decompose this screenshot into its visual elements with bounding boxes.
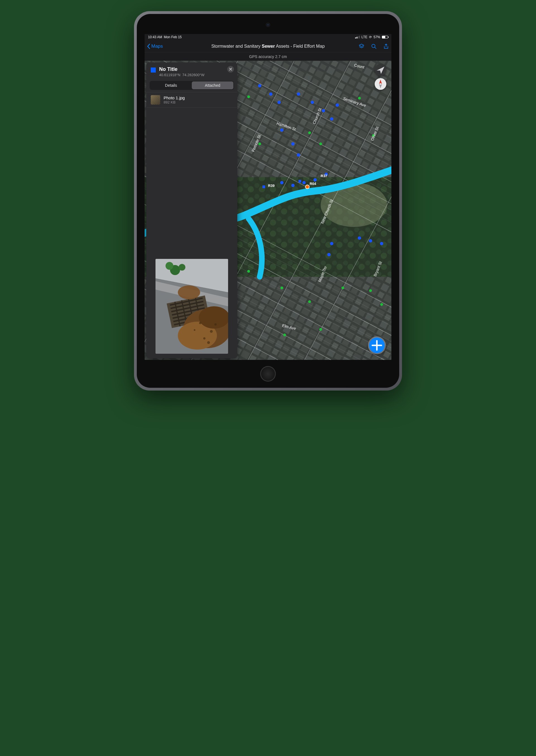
feature-panel: No Title 40.611918°N 74.282600°W Details… [146, 62, 237, 358]
svg-point-70 [369, 239, 372, 242]
attachment-size: 892 KB [164, 100, 185, 104]
plus-icon [369, 337, 385, 353]
orientation-lock-icon: ⟳ [369, 35, 372, 39]
svg-point-73 [327, 253, 330, 256]
status-bar: 10:43 AM Mon Feb 15 LTE ⟳ 57% [145, 34, 391, 40]
back-button[interactable]: Maps [147, 44, 163, 49]
svg-point-87 [380, 303, 383, 306]
ipad-home-button[interactable] [260, 366, 276, 382]
ipad-bezel: 10:43 AM Mon Feb 15 LTE ⟳ 57% Maps [137, 14, 399, 388]
attachment-row[interactable]: Photo 1.jpg 892 KB [146, 92, 237, 108]
svg-point-54 [269, 92, 273, 96]
panel-tabs: Details Attached [150, 81, 234, 90]
svg-point-85 [341, 287, 344, 289]
svg-point-130 [203, 337, 206, 339]
share-icon[interactable] [383, 43, 389, 49]
tab-details[interactable]: Details [150, 81, 192, 89]
feature-coordinates: 40.611918°N 74.282600°W [159, 73, 204, 77]
svg-point-64 [280, 181, 284, 184]
svg-point-61 [280, 128, 284, 132]
svg-point-80 [308, 131, 311, 134]
add-feature-button[interactable] [369, 337, 385, 353]
svg-rect-74 [262, 185, 265, 188]
ipad-camera [267, 23, 269, 26]
svg-point-86 [369, 289, 372, 292]
svg-point-123 [199, 306, 228, 329]
compass-icon [375, 78, 386, 90]
attachment-name: Photo 1.jpg [164, 95, 185, 100]
layers-icon[interactable] [358, 43, 365, 49]
svg-text:R39: R39 [268, 184, 275, 188]
locate-button[interactable] [375, 64, 386, 76]
signal-icon [355, 36, 360, 39]
nav-bar: Maps Stormwater and Sanitary Sewer Asset… [145, 40, 391, 52]
screen: 10:43 AM Mon Feb 15 LTE ⟳ 57% Maps [145, 34, 391, 360]
svg-marker-105 [379, 84, 382, 88]
battery-icon [382, 36, 388, 39]
svg-point-71 [380, 242, 383, 245]
svg-point-62 [291, 142, 294, 145]
svg-point-56 [297, 92, 300, 96]
ipad-frame: 10:43 AM Mon Feb 15 LTE ⟳ 57% Maps [134, 11, 402, 391]
attachment-preview[interactable] [155, 259, 228, 354]
gps-accuracy-text: GPS accuracy 2.7 cm [249, 54, 287, 59]
svg-point-55 [278, 101, 281, 104]
status-carrier: LTE [361, 35, 367, 39]
gps-accuracy-bar: GPS accuracy 2.7 cm [145, 52, 391, 61]
location-arrow-icon [375, 64, 386, 76]
back-label: Maps [151, 44, 163, 49]
tab-attached[interactable]: Attached [192, 81, 233, 89]
chevron-left-icon [147, 44, 150, 49]
svg-point-72 [330, 242, 333, 245]
svg-point-128 [199, 322, 201, 324]
nav-title: Stormwater and Sanitary Sewer Assets - F… [145, 44, 391, 49]
close-icon [229, 68, 232, 71]
svg-point-77 [358, 97, 361, 100]
svg-point-84 [308, 300, 311, 303]
status-date: Mon Feb 15 [164, 35, 182, 39]
svg-text:R04: R04 [310, 182, 316, 186]
svg-marker-104 [379, 79, 382, 84]
svg-point-53 [258, 84, 261, 87]
svg-point-66 [302, 181, 306, 184]
svg-point-76 [247, 95, 250, 98]
svg-point-63 [297, 153, 300, 157]
svg-point-69 [358, 236, 361, 240]
svg-point-81 [319, 142, 322, 145]
compass-button[interactable] [375, 78, 386, 90]
svg-point-83 [281, 287, 284, 289]
status-time: 10:43 AM [148, 35, 162, 39]
search-icon[interactable] [371, 43, 377, 49]
svg-point-127 [179, 264, 185, 270]
svg-point-57 [311, 101, 314, 104]
svg-point-131 [194, 329, 195, 331]
svg-rect-75 [298, 180, 301, 183]
svg-text:R37: R37 [321, 174, 327, 178]
feature-symbol [151, 68, 156, 73]
attachment-thumbnail [151, 95, 160, 105]
svg-point-89 [319, 328, 322, 331]
svg-point-133 [207, 341, 210, 344]
svg-point-126 [166, 262, 173, 270]
svg-point-124 [178, 285, 200, 299]
close-panel-button[interactable] [227, 66, 234, 73]
svg-point-59 [330, 117, 333, 120]
svg-point-58 [322, 109, 325, 112]
svg-point-90 [305, 185, 309, 189]
svg-point-82 [247, 270, 250, 272]
svg-point-67 [314, 178, 317, 182]
feature-title: No Title [159, 66, 204, 72]
svg-point-132 [215, 323, 217, 326]
svg-point-60 [336, 104, 339, 107]
svg-point-129 [210, 330, 213, 333]
status-battery-pct: 57% [374, 35, 380, 39]
panel-header: No Title 40.611918°N 74.282600°W [146, 62, 237, 80]
svg-point-65 [291, 184, 294, 187]
svg-point-88 [284, 334, 286, 336]
